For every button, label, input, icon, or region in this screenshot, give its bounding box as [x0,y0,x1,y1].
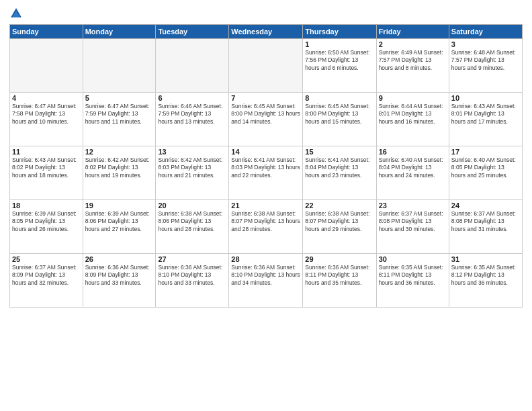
calendar-cell: 30Sunrise: 6:35 AM Sunset: 8:11 PM Dayli… [376,254,449,308]
day-info: Sunrise: 6:48 AM Sunset: 7:57 PM Dayligh… [451,49,520,72]
logo-icon [9,7,23,20]
day-info: Sunrise: 6:38 AM Sunset: 8:07 PM Dayligh… [231,210,300,233]
calendar-cell: 27Sunrise: 6:36 AM Sunset: 8:10 PM Dayli… [156,254,229,308]
day-info: Sunrise: 6:36 AM Sunset: 8:10 PM Dayligh… [158,264,226,287]
calendar-cell: 21Sunrise: 6:38 AM Sunset: 8:07 PM Dayli… [229,200,303,254]
day-number: 6 [158,94,226,102]
day-info: Sunrise: 6:38 AM Sunset: 8:07 PM Dayligh… [305,210,373,233]
day-number: 8 [305,94,373,102]
calendar-cell: 16Sunrise: 6:40 AM Sunset: 8:04 PM Dayli… [376,146,449,200]
day-number: 4 [12,94,81,102]
calendar-week-4: 18Sunrise: 6:39 AM Sunset: 8:05 PM Dayli… [10,200,523,254]
day-number: 14 [231,148,300,156]
day-number: 31 [451,255,520,263]
day-number: 7 [231,94,300,102]
calendar-header-monday: Monday [83,25,156,39]
day-number: 2 [379,40,447,48]
calendar-cell: 29Sunrise: 6:36 AM Sunset: 8:11 PM Dayli… [303,254,376,308]
calendar-cell: 24Sunrise: 6:37 AM Sunset: 8:08 PM Dayli… [449,200,522,254]
calendar-cell [156,39,229,93]
calendar-cell: 31Sunrise: 6:35 AM Sunset: 8:12 PM Dayli… [449,254,522,308]
day-info: Sunrise: 6:41 AM Sunset: 8:03 PM Dayligh… [231,156,300,179]
calendar-week-2: 4Sunrise: 6:47 AM Sunset: 7:58 PM Daylig… [10,93,523,146]
day-number: 28 [231,255,300,263]
day-number: 5 [85,94,154,102]
calendar-cell: 6Sunrise: 6:46 AM Sunset: 7:59 PM Daylig… [156,93,229,146]
calendar-cell: 26Sunrise: 6:36 AM Sunset: 8:09 PM Dayli… [83,254,156,308]
day-number: 10 [451,94,520,102]
calendar-header-saturday: Saturday [449,25,522,39]
day-info: Sunrise: 6:36 AM Sunset: 8:10 PM Dayligh… [231,264,300,287]
day-number: 11 [12,148,81,156]
day-info: Sunrise: 6:36 AM Sunset: 8:11 PM Dayligh… [305,264,373,287]
calendar-table: SundayMondayTuesdayWednesdayThursdayFrid… [9,24,523,308]
calendar-cell: 14Sunrise: 6:41 AM Sunset: 8:03 PM Dayli… [229,146,303,200]
calendar-cell: 11Sunrise: 6:43 AM Sunset: 8:02 PM Dayli… [10,146,83,200]
day-info: Sunrise: 6:49 AM Sunset: 7:57 PM Dayligh… [379,49,447,72]
day-number: 15 [305,148,373,156]
day-info: Sunrise: 6:37 AM Sunset: 8:09 PM Dayligh… [12,264,81,287]
day-number: 27 [158,255,226,263]
calendar-header-tuesday: Tuesday [156,25,229,39]
day-info: Sunrise: 6:37 AM Sunset: 8:08 PM Dayligh… [379,210,447,233]
calendar-cell: 1Sunrise: 6:50 AM Sunset: 7:56 PM Daylig… [303,39,376,93]
calendar-cell: 15Sunrise: 6:41 AM Sunset: 8:04 PM Dayli… [303,146,376,200]
day-info: Sunrise: 6:38 AM Sunset: 8:06 PM Dayligh… [158,210,226,233]
day-info: Sunrise: 6:39 AM Sunset: 8:05 PM Dayligh… [12,210,81,233]
day-info: Sunrise: 6:45 AM Sunset: 8:00 PM Dayligh… [305,103,373,126]
calendar-header-friday: Friday [376,25,449,39]
day-info: Sunrise: 6:37 AM Sunset: 8:08 PM Dayligh… [451,210,520,233]
day-number: 29 [305,255,373,263]
day-info: Sunrise: 6:35 AM Sunset: 8:12 PM Dayligh… [451,264,520,287]
calendar-week-1: 1Sunrise: 6:50 AM Sunset: 7:56 PM Daylig… [10,39,523,93]
day-number: 24 [451,201,520,210]
day-info: Sunrise: 6:42 AM Sunset: 8:03 PM Dayligh… [158,156,226,179]
calendar-cell: 23Sunrise: 6:37 AM Sunset: 8:08 PM Dayli… [376,200,449,254]
calendar-cell: 20Sunrise: 6:38 AM Sunset: 8:06 PM Dayli… [156,200,229,254]
calendar-cell: 19Sunrise: 6:39 AM Sunset: 8:06 PM Dayli… [83,200,156,254]
day-info: Sunrise: 6:40 AM Sunset: 8:04 PM Dayligh… [379,156,447,179]
day-number: 18 [12,201,81,210]
day-number: 23 [379,201,447,210]
day-info: Sunrise: 6:41 AM Sunset: 8:04 PM Dayligh… [305,156,373,179]
calendar-week-5: 25Sunrise: 6:37 AM Sunset: 8:09 PM Dayli… [10,254,523,308]
calendar-cell: 12Sunrise: 6:42 AM Sunset: 8:02 PM Dayli… [83,146,156,200]
calendar-cell: 2Sunrise: 6:49 AM Sunset: 7:57 PM Daylig… [376,39,449,93]
logo [9,7,26,20]
day-info: Sunrise: 6:43 AM Sunset: 8:01 PM Dayligh… [451,103,520,126]
calendar-header-row: SundayMondayTuesdayWednesdayThursdayFrid… [10,25,523,39]
day-info: Sunrise: 6:40 AM Sunset: 8:05 PM Dayligh… [451,156,520,179]
page: SundayMondayTuesdayWednesdayThursdayFrid… [0,0,532,411]
day-number: 30 [379,255,447,263]
calendar-cell: 5Sunrise: 6:47 AM Sunset: 7:59 PM Daylig… [83,93,156,146]
calendar-cell: 9Sunrise: 6:44 AM Sunset: 8:01 PM Daylig… [376,93,449,146]
day-info: Sunrise: 6:44 AM Sunset: 8:01 PM Dayligh… [379,103,447,126]
day-number: 25 [12,255,81,263]
calendar-cell: 10Sunrise: 6:43 AM Sunset: 8:01 PM Dayli… [449,93,522,146]
day-number: 21 [231,201,300,210]
day-info: Sunrise: 6:39 AM Sunset: 8:06 PM Dayligh… [85,210,154,233]
calendar-cell: 8Sunrise: 6:45 AM Sunset: 8:00 PM Daylig… [303,93,376,146]
day-number: 16 [379,148,447,156]
calendar-header-wednesday: Wednesday [229,25,303,39]
day-info: Sunrise: 6:50 AM Sunset: 7:56 PM Dayligh… [305,49,373,72]
day-number: 22 [305,201,373,210]
calendar-cell: 25Sunrise: 6:37 AM Sunset: 8:09 PM Dayli… [10,254,83,308]
day-info: Sunrise: 6:46 AM Sunset: 7:59 PM Dayligh… [158,103,226,126]
calendar-cell: 13Sunrise: 6:42 AM Sunset: 8:03 PM Dayli… [156,146,229,200]
calendar-cell: 17Sunrise: 6:40 AM Sunset: 8:05 PM Dayli… [449,146,522,200]
header [9,7,523,20]
day-info: Sunrise: 6:36 AM Sunset: 8:09 PM Dayligh… [85,264,154,287]
day-info: Sunrise: 6:47 AM Sunset: 7:58 PM Dayligh… [12,103,81,126]
day-number: 13 [158,148,226,156]
calendar-header-sunday: Sunday [10,25,83,39]
day-number: 3 [451,40,520,48]
calendar-cell [83,39,156,93]
calendar-cell [229,39,303,93]
day-number: 20 [158,201,226,210]
calendar-cell: 3Sunrise: 6:48 AM Sunset: 7:57 PM Daylig… [449,39,522,93]
calendar-cell: 18Sunrise: 6:39 AM Sunset: 8:05 PM Dayli… [10,200,83,254]
calendar-cell: 4Sunrise: 6:47 AM Sunset: 7:58 PM Daylig… [10,93,83,146]
calendar-cell [10,39,83,93]
calendar-week-3: 11Sunrise: 6:43 AM Sunset: 8:02 PM Dayli… [10,146,523,200]
